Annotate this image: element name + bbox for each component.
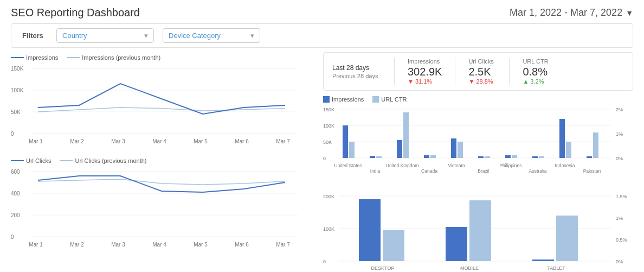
svg-text:600: 600 [11, 169, 20, 175]
svg-text:150K: 150K [11, 66, 24, 72]
impressions-stat: Impressions 302.9K ▼ 31.1% [394, 58, 455, 85]
urlclicks-legend1: Url Clicks [26, 157, 51, 164]
svg-rect-53 [505, 155, 511, 158]
svg-text:United Kingdom: United Kingdom [386, 163, 418, 168]
urlclicks-stat: Url Clicks 2.5K ▼ 28.8% [455, 58, 509, 85]
chevron-down-icon: ▼ [626, 9, 633, 17]
svg-rect-45 [397, 140, 402, 158]
svg-text:Mar 7: Mar 7 [276, 242, 290, 248]
svg-rect-60 [593, 132, 598, 158]
svg-text:0%: 0% [616, 259, 623, 264]
svg-text:50K: 50K [323, 140, 332, 145]
svg-text:India: India [370, 168, 381, 174]
svg-text:Philippines: Philippines [499, 163, 521, 168]
svg-text:MOBILE: MOBILE [460, 265, 479, 271]
svg-rect-41 [343, 125, 348, 158]
svg-text:0: 0 [11, 131, 14, 137]
urlclicks-legend2: Url Clicks (previous month) [75, 157, 146, 164]
device-filter-label: Device Category [169, 31, 221, 40]
urlclicks-stat-name: Url Clicks [468, 58, 493, 65]
svg-text:Mar 5: Mar 5 [194, 242, 208, 248]
svg-text:150K: 150K [323, 107, 334, 112]
svg-rect-57 [559, 119, 565, 158]
svg-rect-54 [512, 155, 517, 158]
impressions-legend1: Impressions [26, 54, 58, 61]
period-label: Last 28 days [332, 64, 381, 72]
svg-text:DESKTOP: DESKTOP [371, 265, 395, 271]
svg-text:Mar 4: Mar 4 [152, 138, 166, 144]
prev-period-label: Previous 28 days [332, 73, 381, 79]
impressions-legend2: Impressions (previous month) [82, 54, 160, 61]
svg-text:Mar 4: Mar 4 [152, 242, 166, 248]
svg-rect-58 [566, 142, 571, 158]
filters-label: Filters [22, 31, 43, 40]
chevron-down-icon: ▾ [250, 31, 254, 40]
svg-text:200: 200 [11, 212, 20, 218]
svg-text:Mar 3: Mar 3 [111, 138, 125, 144]
svg-rect-56 [539, 156, 544, 158]
svg-rect-55 [532, 156, 538, 158]
svg-text:Mar 5: Mar 5 [194, 138, 208, 144]
urlclicks-stat-change: ▼ 28.8% [468, 78, 493, 85]
header: SEO Reporting Dashboard Mar 1, 2022 - Ma… [0, 0, 644, 23]
stats-period: Last 28 days Previous 28 days [332, 58, 381, 85]
svg-text:United States: United States [334, 163, 362, 168]
svg-rect-84 [469, 200, 491, 261]
svg-rect-42 [349, 142, 355, 158]
svg-text:Mar 2: Mar 2 [70, 138, 84, 144]
impressions-stat-change: ▼ 31.1% [408, 78, 432, 85]
date-range-selector[interactable]: Mar 1, 2022 - Mar 7, 2022 ▼ [510, 7, 633, 18]
svg-rect-83 [446, 227, 467, 261]
stats-box: Last 28 days Previous 28 days Impression… [323, 52, 633, 91]
svg-text:Australia: Australia [529, 168, 546, 174]
device-filter[interactable]: Device Category ▾ [163, 28, 260, 43]
country-filter[interactable]: Country ▾ [56, 28, 154, 43]
svg-text:100K: 100K [11, 87, 24, 93]
svg-text:Canada: Canada [421, 168, 437, 174]
urlctr-stat-change: ▲ 3.2% [523, 78, 544, 85]
svg-text:400: 400 [11, 191, 20, 197]
svg-rect-47 [424, 155, 429, 158]
svg-text:200K: 200K [323, 194, 334, 199]
country-filter-label: Country [62, 31, 87, 40]
svg-rect-86 [556, 216, 578, 261]
urlctr-stat-value: 0.8% [523, 66, 548, 78]
svg-rect-51 [478, 156, 484, 158]
svg-text:Mar 1: Mar 1 [29, 138, 43, 144]
svg-text:50K: 50K [11, 109, 21, 115]
date-range-text: Mar 1, 2022 - Mar 7, 2022 [510, 7, 622, 18]
country-legend2: URL CTR [381, 96, 407, 103]
impressions-stat-value: 302.9K [408, 66, 442, 78]
country-bar-chart: 150K 100K 50K 0 2% 1% 0% [323, 105, 627, 189]
impressions-stat-name: Impressions [408, 58, 440, 65]
svg-text:0: 0 [11, 234, 14, 240]
impressions-line-chart: 150K 100K 50K 0 Mar 1 Mar 2 Mar 3 [11, 63, 304, 150]
page-title: SEO Reporting Dashboard [11, 7, 140, 19]
svg-rect-44 [376, 156, 382, 158]
country-legend1: Impressions [332, 96, 364, 103]
svg-text:Mar 2: Mar 2 [70, 242, 84, 248]
svg-rect-85 [532, 260, 554, 261]
svg-text:0: 0 [323, 259, 326, 264]
svg-rect-46 [403, 112, 409, 158]
urlclicks-line-chart: 600 400 200 0 Mar 1 Mar 2 Mar 3 [11, 166, 304, 253]
svg-text:Vietnam: Vietnam [448, 163, 465, 168]
svg-rect-52 [485, 156, 490, 158]
svg-text:2%: 2% [616, 107, 623, 112]
svg-text:Brazil: Brazil [478, 168, 489, 174]
svg-text:0.5%: 0.5% [616, 237, 627, 243]
svg-rect-59 [587, 156, 592, 158]
device-bar-chart: 200K 100K 0 1.5% 1% 0.5% 0% [323, 192, 627, 272]
chevron-down-icon: ▾ [144, 31, 148, 40]
urlclicks-stat-value: 2.5K [468, 66, 491, 78]
svg-rect-48 [430, 155, 436, 158]
svg-text:Indonesia: Indonesia [555, 163, 575, 168]
svg-text:Mar 6: Mar 6 [235, 242, 249, 248]
svg-rect-49 [451, 138, 456, 158]
svg-text:0%: 0% [616, 156, 623, 161]
svg-rect-82 [383, 230, 404, 261]
svg-text:Mar 7: Mar 7 [276, 138, 290, 144]
svg-rect-43 [370, 156, 375, 158]
svg-text:TABLET: TABLET [547, 265, 565, 271]
svg-text:Mar 1: Mar 1 [29, 242, 43, 248]
